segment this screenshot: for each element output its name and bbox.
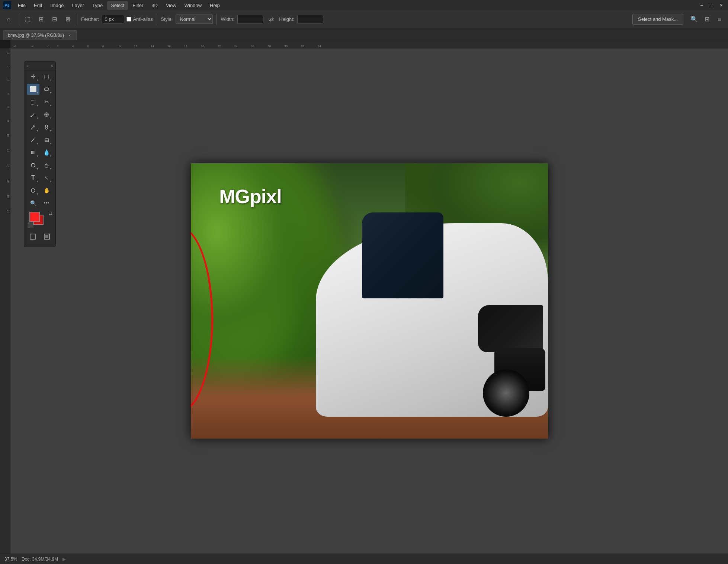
intersect-selection-btn[interactable]: ⊠ — [62, 14, 73, 25]
feather-input[interactable] — [102, 15, 124, 23]
ruler-tick-label: 10 — [7, 134, 10, 137]
menu-type[interactable]: Type — [89, 1, 106, 10]
minimize-button[interactable]: − — [698, 1, 705, 9]
ruler-tick-label: 30 — [284, 45, 288, 48]
ruler-tick-label: 12 — [134, 45, 137, 48]
path-select-tool-btn[interactable]: ↖ ▼ — [40, 172, 53, 183]
new-selection-btn[interactable]: ⬚ — [22, 14, 33, 25]
blur-tool-btn[interactable]: 💧▼ — [40, 147, 53, 158]
add-selection-btn[interactable]: ⊞ — [35, 14, 46, 25]
tool-arrow: ▼ — [49, 167, 52, 170]
brush-tool-btn[interactable]: ▼ — [27, 122, 39, 133]
tool-arrow: ▼ — [36, 167, 39, 170]
toolbox-collapse-btn[interactable]: « — [26, 64, 29, 68]
svg-point-7 — [45, 125, 48, 127]
maximize-button[interactable]: □ — [708, 1, 715, 9]
tool-arrow: ▼ — [49, 79, 52, 81]
antialias-checkbox[interactable] — [126, 17, 131, 22]
swap-dimensions-btn[interactable]: ⇄ — [266, 14, 277, 25]
artboard-tool-btn[interactable]: ⬚▼ — [40, 71, 53, 82]
tab-close-icon[interactable]: × — [67, 33, 72, 38]
right-icons: 🔍 ⊞ ≡ — [689, 14, 725, 25]
burn-tool-btn[interactable]: ▼ — [40, 160, 53, 171]
brush-icon — [30, 124, 36, 130]
eraser-tool-btn[interactable]: ▼ — [40, 134, 53, 145]
menu-view[interactable]: View — [162, 1, 180, 10]
dodge-tool-btn[interactable]: ▼ — [27, 160, 39, 171]
tool-arrow: ▼ — [36, 104, 39, 107]
ruler-tick-label: 16 — [167, 45, 171, 48]
divider-4 — [217, 14, 217, 25]
menu-3d[interactable]: 3D — [148, 1, 161, 10]
height-input[interactable] — [297, 15, 323, 23]
hand-tool-btn[interactable]: ✋ — [40, 185, 53, 196]
hand-icon: ✋ — [44, 188, 50, 193]
menu-layer[interactable]: Layer — [68, 1, 88, 10]
tool-arrow: ▼ — [36, 180, 39, 183]
close-button[interactable]: × — [718, 1, 725, 9]
lasso-tool-btn[interactable]: ▼ — [40, 84, 53, 95]
ruler-tick-label: 4 — [7, 93, 10, 94]
path-select-icon: ↖ — [44, 175, 49, 181]
tool-row-8: ▼ ▼ — [24, 159, 55, 172]
ruler-left: -2 0 2 4 6 8 10 12 14 16 18 20 — [0, 48, 10, 554]
type-tool-btn[interactable]: T ▼ — [27, 172, 39, 183]
menu-image[interactable]: Image — [46, 1, 67, 10]
menu-file[interactable]: File — [14, 1, 29, 10]
standard-mode-btn[interactable] — [26, 231, 39, 242]
tool-arrow: ▼ — [36, 155, 39, 157]
toolbox-close-btn[interactable]: × — [51, 63, 53, 68]
toolbox-panel: « × ✛▼ ⬚▼ ⬜▼ — [24, 61, 56, 247]
toolbox-header[interactable]: « × — [24, 62, 55, 70]
menu-help[interactable]: Help — [206, 1, 224, 10]
search-icon-btn[interactable]: 🔍 — [689, 14, 700, 25]
crop-tool-btn[interactable]: ✂▼ — [40, 96, 53, 108]
menu-select[interactable]: Select — [107, 1, 128, 10]
zoom-tool-btn[interactable]: 🔍 — [27, 198, 39, 209]
menu-filter[interactable]: Filter — [129, 1, 147, 10]
tool-row-7: ▼ 💧▼ — [24, 146, 55, 159]
more-options-btn[interactable]: ≡ — [714, 14, 725, 25]
more-tools-btn[interactable]: ••• — [40, 198, 53, 209]
ruler-tick-label: -6 — [13, 45, 16, 48]
divider-2 — [77, 14, 77, 25]
gradient-tool-btn[interactable]: ▼ — [27, 147, 39, 158]
marquee-tool-btn[interactable]: ⬜▼ — [27, 84, 39, 95]
ruler-tick-label: 28 — [267, 45, 271, 48]
menu-window[interactable]: Window — [181, 1, 205, 10]
watermark: MGpixl — [219, 185, 281, 208]
foreground-color-swatch[interactable] — [29, 212, 40, 222]
swap-colors-icon[interactable]: ⇄ — [49, 211, 52, 216]
width-label: Width: — [221, 16, 234, 22]
tool-arrow: ▼ — [36, 129, 39, 132]
divider-3 — [157, 14, 157, 25]
status-arrow[interactable]: ▶ — [62, 557, 66, 562]
ruler-tick-label: 0 — [7, 66, 10, 67]
menu-edit[interactable]: Edit — [30, 1, 46, 10]
quick-mask-mode-btn[interactable] — [41, 231, 53, 242]
object-select-tool-btn[interactable]: ⬚▼ — [27, 96, 39, 108]
dodge-icon — [30, 162, 36, 168]
move-tool-btn[interactable]: ✛▼ — [27, 71, 39, 82]
width-input[interactable] — [237, 15, 263, 23]
healing-tool-btn[interactable]: ▼ — [40, 109, 53, 120]
eyedropper-tool-btn[interactable]: ▼ — [27, 109, 39, 120]
tool-row-4: ▼ ▼ — [24, 108, 55, 121]
select-and-mask-button[interactable]: Select and Mask... — [632, 14, 683, 25]
history-brush-tool-btn[interactable]: ▼ — [27, 134, 39, 145]
title-bar-right: − □ × — [698, 1, 725, 9]
ruler-tick-label: 34 — [318, 45, 321, 48]
clone-stamp-tool-btn[interactable]: ▼ — [40, 122, 53, 133]
style-select[interactable]: Normal Fixed Ratio Fixed Size — [176, 15, 213, 24]
arrange-icon-btn[interactable]: ⊞ — [701, 14, 712, 25]
feather-label: Feather: — [81, 16, 99, 22]
home-button[interactable]: ⌂ — [3, 14, 14, 25]
shape-tool-btn[interactable]: ▼ — [27, 185, 39, 196]
antialias-label: Anti-alias — [133, 16, 153, 22]
ruler-tick-label: 20 — [201, 45, 204, 48]
subtract-selection-btn[interactable]: ⊟ — [49, 14, 60, 25]
document-tab[interactable]: bmw.jpg @ 37,5% (RGB/8#) × — [3, 30, 77, 40]
ruler-tick-label: -2 — [7, 51, 10, 54]
document-image: MGpixl — [191, 163, 548, 439]
reset-colors-icon[interactable]: ⬛ — [27, 222, 33, 228]
